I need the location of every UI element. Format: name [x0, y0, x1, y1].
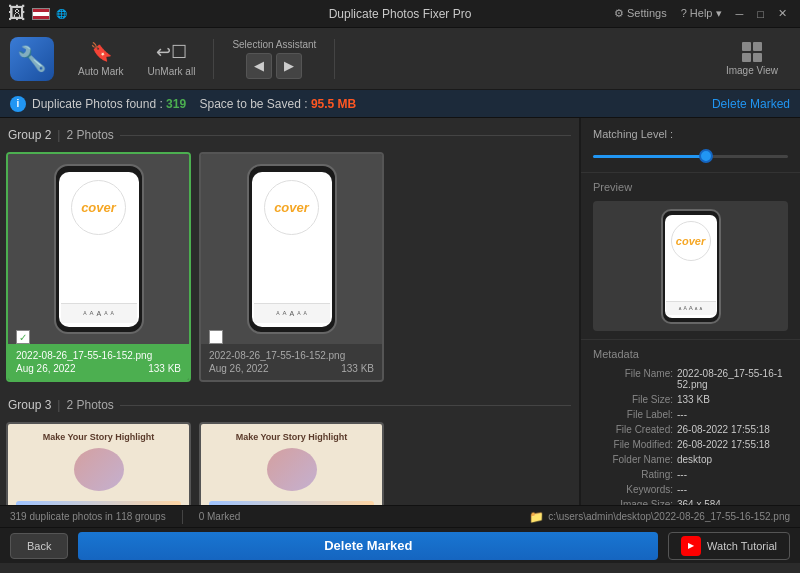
info-bar: i Duplicate Photos found : 319 Space to … — [0, 90, 800, 118]
meta-key: File Modified: — [593, 439, 673, 450]
photo-date-2: Aug 26, 2022 — [209, 363, 269, 374]
status-marked: 0 Marked — [199, 511, 241, 522]
preview-cover-text: cover — [676, 235, 705, 247]
back-button[interactable]: Back — [10, 533, 68, 559]
meta-key: Keywords: — [593, 484, 673, 495]
info-icon: i — [10, 96, 26, 112]
meta-key: File Name: — [593, 368, 673, 390]
status-divider-1 — [182, 510, 183, 524]
meta-key: File Label: — [593, 409, 673, 420]
delete-marked-link[interactable]: Delete Marked — [712, 97, 790, 111]
story-content-2: Make Your Story Highlight — [201, 424, 382, 505]
status-bar: 319 duplicate photos in 118 groups 0 Mar… — [0, 505, 800, 527]
preview-image: cover A A A A A — [593, 201, 788, 331]
info-prefix: Duplicate Photos found : — [32, 97, 166, 111]
story-thumb-2: Make Your Story Highlight — [201, 424, 382, 505]
cover-text-1: cover — [81, 200, 116, 215]
metadata-rows: File Name:2022-08-26_17-55-16-152.pngFil… — [593, 368, 788, 505]
play-icon: ▶ — [681, 536, 701, 556]
metadata-row: File Label:--- — [593, 409, 788, 420]
info-space-prefix: Space to be Saved : — [199, 97, 310, 111]
photo-meta-1: Aug 26, 2022 133 KB — [16, 363, 181, 374]
photo-filename-1: 2022-08-26_17-55-16-152.png — [16, 350, 181, 361]
metadata-section: Metadata File Name:2022-08-26_17-55-16-1… — [581, 340, 800, 505]
photo-filename-2: 2022-08-26_17-55-16-152.png — [209, 350, 374, 361]
minimize-button[interactable]: ─ — [731, 6, 749, 22]
story-title-1: Make Your Story Highlight — [43, 432, 155, 442]
info-size: 95.5 MB — [311, 97, 356, 111]
preview-section: Preview cover A A A A — [581, 173, 800, 340]
story-photo-1[interactable]: Make Your Story Highlight — [6, 422, 191, 505]
file-icon: 📁 — [529, 510, 544, 524]
settings-button[interactable]: ⚙ Settings — [609, 5, 672, 22]
metadata-row: Keywords:--- — [593, 484, 788, 495]
status-total: 319 duplicate photos in 118 groups — [10, 511, 166, 522]
photo-item-2[interactable]: cover A A A A A — [199, 152, 384, 382]
toolbar-divider-2 — [334, 39, 335, 79]
image-view-icon — [742, 42, 762, 62]
image-view-button[interactable]: Image View — [712, 36, 792, 82]
status-file: 📁 c:\users\admin\desktop\2022-08-26_17-5… — [529, 510, 790, 524]
close-button[interactable]: ✕ — [773, 5, 792, 22]
info-count: 319 — [166, 97, 186, 111]
phone-mockup-1: cover A A A A A — [54, 164, 144, 334]
meta-key: File Created: — [593, 424, 673, 435]
preview-phone: cover A A A A A — [661, 209, 721, 324]
selection-prev-button[interactable]: ◀ — [246, 53, 272, 79]
metadata-row: File Modified:26-08-2022 17:55:18 — [593, 439, 788, 450]
meta-key: Folder Name: — [593, 454, 673, 465]
photo-checkbox-1[interactable]: ✓ — [16, 330, 30, 344]
photo-panel[interactable]: Group 2 | 2 Photos cover — [0, 118, 580, 505]
toolbar: 🔧 🔖 Auto Mark ↩☐ UnMark all Selection As… — [0, 28, 800, 90]
photo-size-2: 133 KB — [341, 363, 374, 374]
meta-value: desktop — [677, 454, 712, 465]
story-title-2: Make Your Story Highlight — [236, 432, 348, 442]
group-2-photos: cover A A A A A — [6, 152, 573, 382]
meta-value: 26-08-2022 17:55:18 — [677, 424, 770, 435]
group-3-label: Group 3 — [8, 398, 51, 412]
metadata-row: Image Size:364 x 584 — [593, 499, 788, 505]
meta-value: 133 KB — [677, 394, 710, 405]
right-panel: Matching Level : Preview cover — [580, 118, 800, 505]
unmark-all-button[interactable]: ↩☐ UnMark all — [138, 33, 206, 85]
auto-mark-button[interactable]: 🔖 Auto Mark — [68, 33, 134, 85]
unmark-all-icon: ↩☐ — [156, 41, 187, 63]
story-photo-2[interactable]: Make Your Story Highlight — [199, 422, 384, 505]
photo-info-1: 2022-08-26_17-55-16-152.png Aug 26, 2022… — [8, 344, 189, 380]
photo-info-2: 2022-08-26_17-55-16-152.png Aug 26, 2022… — [201, 344, 382, 380]
metadata-row: File Size:133 KB — [593, 394, 788, 405]
help-button[interactable]: ? Help ▾ — [676, 5, 727, 22]
matching-level-section: Matching Level : — [581, 118, 800, 173]
maximize-button[interactable]: □ — [752, 6, 769, 22]
photo-thumb-1: cover A A A A A — [8, 154, 189, 344]
app-logo: 🔧 — [8, 35, 56, 83]
meta-value: 2022-08-26_17-55-16-152.png — [677, 368, 788, 390]
meta-value: --- — [677, 409, 687, 420]
selection-assistant: Selection Assistant ◀ ▶ — [222, 39, 326, 79]
story-thumb-1: Make Your Story Highlight — [8, 424, 189, 505]
delete-marked-button[interactable]: Delete Marked — [78, 532, 658, 560]
title-bar: 🖼 🌐 Duplicate Photos Fixer Pro ⚙ Setting… — [0, 0, 800, 28]
selection-assistant-label: Selection Assistant — [232, 39, 316, 50]
matching-slider-container[interactable] — [593, 148, 788, 164]
group-divider — [120, 135, 571, 136]
meta-value: 26-08-2022 17:55:18 — [677, 439, 770, 450]
auto-mark-icon: 🔖 — [90, 41, 112, 63]
image-view-label: Image View — [726, 65, 778, 76]
metadata-row: Folder Name:desktop — [593, 454, 788, 465]
matching-label: Matching Level : — [593, 128, 788, 140]
phone-mockup-2: cover A A A A A — [247, 164, 337, 334]
watch-tutorial-label: Watch Tutorial — [707, 540, 777, 552]
metadata-row: Rating:--- — [593, 469, 788, 480]
photo-checkbox-2[interactable] — [209, 330, 223, 344]
selection-next-button[interactable]: ▶ — [276, 53, 302, 79]
photo-size-1: 133 KB — [148, 363, 181, 374]
group-2-header: Group 2 | 2 Photos — [6, 124, 573, 146]
group-3-header: Group 3 | 2 Photos — [6, 394, 573, 416]
selection-assistant-buttons: ◀ ▶ — [246, 53, 302, 79]
cover-text-2: cover — [274, 200, 309, 215]
watch-tutorial-button[interactable]: ▶ Watch Tutorial — [668, 532, 790, 560]
photo-item-1[interactable]: cover A A A A A — [6, 152, 191, 382]
matching-slider-thumb[interactable] — [699, 149, 713, 163]
group-2-count: 2 Photos — [66, 128, 113, 142]
